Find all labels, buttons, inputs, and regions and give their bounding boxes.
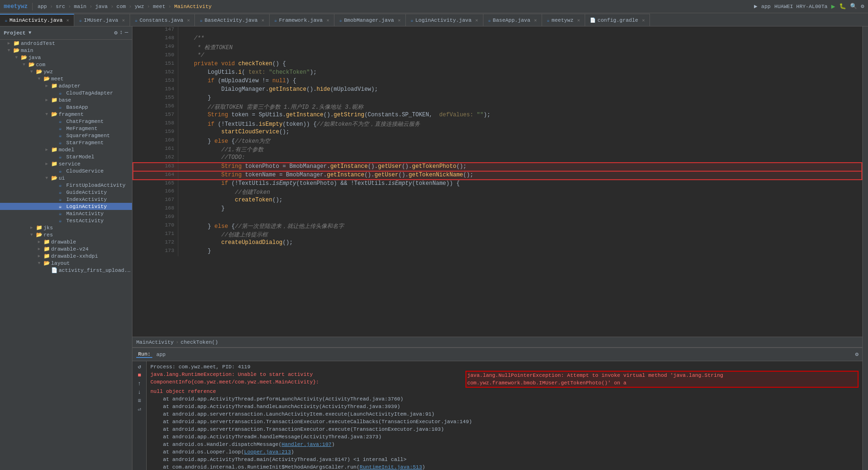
tab-close-icon[interactable]: ✕ (534, 17, 537, 23)
tree-testactivity[interactable]: ☕ TestActivity (0, 217, 132, 224)
breadcrumb-ywz[interactable]: ywz (135, 4, 144, 9)
tree-androidtest[interactable]: ▶ 📁 androidTest (0, 40, 132, 47)
tree-mainactivity[interactable]: ☕ MainActivity (0, 210, 132, 217)
code-editor[interactable]: 147 148 /** 149 * 检查TOKEN 150 */ (132, 26, 862, 337)
tree-label: MeFragment (66, 126, 132, 131)
wrap-icon[interactable]: ⏎ (138, 406, 141, 413)
tree-jks[interactable]: ▶ 📁 jks (0, 224, 132, 231)
tree-adapter[interactable]: ▶ 📁 adapter (0, 82, 132, 89)
line-content: if (mUploadView != null) { (178, 78, 862, 86)
tab-framework[interactable]: ☕ Framework.java ✕ (270, 14, 334, 26)
tab-close-icon[interactable]: ✕ (326, 17, 329, 23)
sort-icon[interactable]: ↕ (120, 29, 123, 36)
tree-activity-first-upload[interactable]: 📄 activity_first_upload.xml (0, 267, 132, 274)
code-line-165: 165 if (!TextUtils.isEmpty(tokenPhoto) &… (133, 180, 862, 188)
java-file-icon: ☕ (59, 118, 66, 124)
tab-loginactivity[interactable]: ☕ LoginActivity.java ✕ (406, 14, 483, 26)
tab-mainactivity[interactable]: ☕ MainActivity.java ✕ (0, 14, 74, 26)
line-number: 169 (133, 214, 178, 222)
tree-baseapp[interactable]: ☕ BaseApp (0, 104, 132, 111)
tab-close-icon[interactable]: ✕ (66, 17, 69, 23)
tree-res[interactable]: ▼ 📂 res (0, 231, 132, 238)
tree-layout[interactable]: ▼ 📂 layout (0, 260, 132, 267)
tab-baseactivity[interactable]: ☕ BaseActivity.java ✕ (195, 14, 269, 26)
tab-close-icon[interactable]: ✕ (577, 17, 580, 23)
tree-base[interactable]: ▶ 📁 base (0, 96, 132, 104)
tree-firstuploadactivity[interactable]: ☕ FirstUploadActivity (0, 182, 132, 189)
tree-drawable-v24[interactable]: ▶ 📁 drawable-v24 (0, 245, 132, 252)
down-icon[interactable]: ↓ (138, 389, 141, 396)
tree-indexactivity[interactable]: ☕ IndexActivity (0, 196, 132, 203)
log-link-runtimeinit[interactable]: RuntimeInit.java:513 (359, 464, 422, 470)
line-number: 152 (133, 69, 178, 78)
run-config-label[interactable]: app (761, 4, 771, 9)
tree-starmodel[interactable]: ☕ StarModel (0, 153, 132, 160)
tree-chatfragment[interactable]: ☕ ChatFragment (0, 118, 132, 125)
stop-icon[interactable]: ■ (138, 372, 141, 379)
breadcrumb-mainactivity[interactable]: MainActivity (136, 339, 174, 345)
breadcrumb-mainactivity[interactable]: MainActivity (174, 4, 211, 9)
restart-icon[interactable]: ↺ (138, 363, 141, 370)
collapse-icon[interactable]: — (125, 29, 128, 36)
tree-main[interactable]: ▼ 📂 main (0, 47, 132, 54)
breadcrumb-com[interactable]: com (116, 4, 126, 9)
tree-drawable-xxhdpi[interactable]: ▶ 📁 drawable-xxhdpi (0, 252, 132, 260)
log-link-looper[interactable]: Looper.java:213 (244, 449, 291, 455)
search-icon[interactable]: 🔍 (850, 3, 857, 10)
tree-fragment[interactable]: ▼ 📂 fragment (0, 111, 132, 118)
tree-squarefragment[interactable]: ☕ SquareFragment (0, 132, 132, 139)
tree-meet[interactable]: ▼ 📂 meet (0, 75, 132, 82)
folder-icon: 📁 (51, 83, 59, 89)
tree-ywz[interactable]: ▼ 📂 ywz (0, 68, 132, 75)
folder-icon: 📁 (44, 253, 51, 259)
tree-service[interactable]: ▶ 📁 service (0, 160, 132, 167)
device-label: HUAWEI HRY-AL00Ta (774, 4, 827, 9)
settings-icon[interactable]: ⚙ (114, 29, 117, 36)
tree-ui[interactable]: ▼ 📂 ui (0, 174, 132, 182)
log-link-handler[interactable]: Handler.java:107 (281, 442, 332, 447)
tree-cloudtagadapter[interactable]: ☕ CloudTagAdapter (0, 89, 132, 96)
tab-bmobmanager[interactable]: ☕ BmobManager.java ✕ (334, 14, 406, 26)
debug-button[interactable]: 🐛 (839, 3, 846, 10)
tab-baseapp[interactable]: ☕ BaseApp.java ✕ (483, 14, 542, 26)
tab-close-icon[interactable]: ✕ (398, 17, 401, 23)
tree-java[interactable]: ▼ 📂 java (0, 54, 132, 61)
settings-icon[interactable]: ⚙ (861, 3, 864, 10)
breadcrumb-java[interactable]: java (95, 4, 107, 9)
tree-drawable[interactable]: ▶ 📁 drawable (0, 238, 132, 245)
folder-icon: 📂 (51, 175, 59, 181)
tree-model[interactable]: ▶ 📁 model (0, 146, 132, 153)
tree-cloudservice[interactable]: ☕ CloudService (0, 167, 132, 174)
tab-close-icon[interactable]: ✕ (642, 17, 645, 23)
tab-close-icon[interactable]: ✕ (262, 17, 264, 23)
breadcrumb-app[interactable]: app (37, 4, 47, 9)
tree-com[interactable]: ▼ 📂 com (0, 61, 132, 68)
tab-meetywz[interactable]: ☕ meetywz ✕ (542, 14, 585, 26)
tab-configgradle[interactable]: 📄 config.gradle ✕ (585, 14, 650, 26)
log-line: at android.os.Handler.dispatchMessage(Ha… (150, 441, 859, 448)
run-log[interactable]: Process: com.ywz.meet, PID: 4119 java.la… (147, 361, 862, 470)
breadcrumb-meet[interactable]: meet (153, 4, 165, 9)
tree-starfragment[interactable]: ☕ StarFragment (0, 139, 132, 146)
code-line-173: 173 } (133, 248, 862, 256)
tree-guideactivity[interactable]: ☕ GuideActivity (0, 189, 132, 196)
settings-icon[interactable]: ⚙ (855, 351, 859, 358)
java-file-icon: ☕ (59, 125, 66, 131)
right-scrollbar[interactable] (862, 26, 868, 470)
java-icon: ☕ (200, 17, 202, 23)
run-tab[interactable]: Run: (136, 351, 152, 358)
tab-close-icon[interactable]: ✕ (475, 17, 478, 23)
up-icon[interactable]: ↑ (138, 381, 141, 387)
tree-mefragment[interactable]: ☕ MeFragment (0, 125, 132, 132)
tab-close-icon[interactable]: ✕ (122, 17, 125, 23)
tab-constants[interactable]: ☕ Constants.java ✕ (130, 14, 195, 26)
filter-icon[interactable]: ≡ (138, 398, 141, 404)
tab-close-icon[interactable]: ✕ (187, 17, 190, 23)
play-button[interactable]: ▶ (831, 2, 835, 10)
breadcrumb-src[interactable]: src (56, 4, 65, 9)
breadcrumb-checktoken[interactable]: checkToken() (181, 339, 218, 345)
tree-loginactivity[interactable]: ☕ LoginActivity (0, 203, 132, 210)
dropdown-icon[interactable]: ▼ (28, 30, 31, 35)
breadcrumb-main[interactable]: main (74, 4, 86, 9)
tab-imuser[interactable]: ☕ IMUser.java ✕ (74, 14, 130, 26)
